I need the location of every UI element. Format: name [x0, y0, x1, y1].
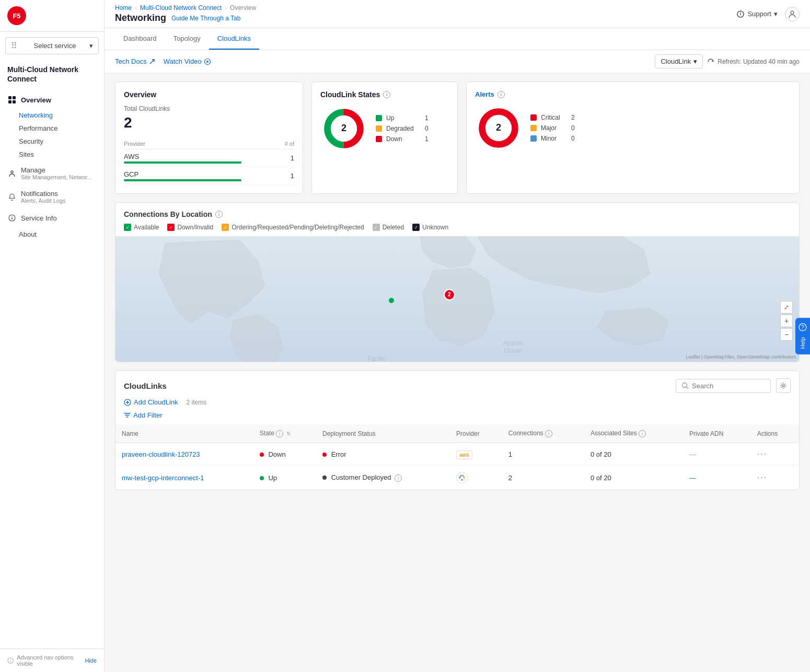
add-filter-button[interactable]: Add Filter — [124, 411, 163, 419]
guide-me-link[interactable]: Guide Me Through a Tab — [171, 15, 240, 22]
watch-video-label: Watch Video — [164, 57, 202, 65]
row1-private-adn: — — [683, 443, 751, 466]
svg-point-13 — [740, 11, 742, 13]
app-name-text: Multi-Cloud NetworkConnect — [7, 65, 97, 84]
main-content: Home › Multi-Cloud Network Connect › Ove… — [105, 0, 810, 672]
legend-ordering: ✓ Ordering/Requested/Pending/Deleting/Re… — [222, 224, 364, 231]
major-count: 0 — [564, 124, 575, 132]
map-zoom-in-button[interactable]: + — [780, 315, 793, 327]
svg-point-14 — [791, 11, 794, 14]
map-pin-green — [389, 298, 394, 303]
tab-topology[interactable]: Topology — [165, 28, 209, 50]
col-deployment: Deployment Status — [316, 424, 450, 443]
provider-gcp-count: 1 — [241, 167, 294, 185]
user-avatar[interactable] — [785, 7, 800, 21]
refresh-label: Refresh: Updated 40 min ago — [718, 58, 800, 65]
row2-deployment: Customer Deployed i — [316, 466, 450, 490]
row1-actions-button[interactable]: ··· — [757, 449, 767, 458]
table-settings-button[interactable] — [776, 378, 791, 393]
breadcrumb-mcnc[interactable]: Multi-Cloud Network Connect — [140, 4, 222, 11]
tab-dashboard[interactable]: Dashboard — [115, 28, 165, 50]
map-background: Atlantic Ocean Pacific Ocean 2 — [115, 236, 799, 362]
map-pin-2: 2 — [444, 289, 455, 300]
tab-cloudlinks[interactable]: CloudLinks — [209, 28, 259, 50]
overview-panel-title: Overview — [124, 90, 294, 99]
row2-name-link[interactable]: mw-test-gcp-interconnect-1 — [122, 474, 204, 482]
state-up: Up 1 — [376, 113, 429, 123]
map-attribution: Leaflet | OpenMapTiles, OpenStreetMap co… — [686, 354, 796, 360]
row2-provider — [450, 466, 502, 490]
map-fit-icon[interactable]: ⤢ — [780, 301, 793, 314]
search-input[interactable] — [692, 382, 765, 390]
tech-docs-link[interactable]: Tech Docs — [115, 57, 155, 65]
add-cloudlink-button[interactable]: Add CloudLink — [124, 398, 178, 406]
connections-col-info-icon[interactable]: i — [545, 430, 552, 437]
page-title: Networking — [115, 13, 166, 24]
critical-label: Critical — [541, 114, 560, 121]
f5-logo: F5 — [7, 6, 26, 25]
footer-hide-link[interactable]: Hide — [85, 657, 97, 664]
row1-state: Down — [253, 443, 316, 466]
action-bar: Tech Docs Watch Video CloudLink ▾ Refres… — [105, 50, 810, 73]
row1-name-link[interactable]: praveen-cloudlink-120723 — [122, 450, 200, 458]
state-sort-icon[interactable]: ⇅ — [286, 431, 291, 436]
map-controls: ⤢ + − — [780, 301, 793, 341]
state-col-info-icon[interactable]: i — [276, 430, 283, 437]
up-count: 1 — [418, 114, 429, 122]
service-info-label: Service Info — [21, 214, 57, 222]
row2-state-dot — [260, 476, 264, 480]
sidebar-item-notifications[interactable]: Notifications Alerts, Audit Logs — [0, 186, 104, 208]
help-label[interactable]: Help — [800, 337, 806, 349]
sidebar-item-overview[interactable]: Overview — [0, 91, 104, 109]
alerts-panel: Alerts i 2 Critical 2 — [466, 82, 800, 194]
svg-text:?: ? — [801, 325, 804, 330]
cloudlink-filter-dropdown[interactable]: CloudLink ▾ — [655, 54, 703, 68]
row2-private-adn: — — [683, 466, 751, 490]
service-select-dropdown[interactable]: ⠿ Select service ▾ — [5, 37, 99, 54]
provider-aws: AWS — [124, 153, 139, 160]
footer-text: Advanced nav options visible — [17, 654, 82, 667]
sites-col-info-icon[interactable]: i — [639, 430, 646, 437]
title-area: Home › Multi-Cloud Network Connect › Ove… — [115, 4, 256, 24]
row2-actions-button[interactable]: ··· — [757, 473, 767, 482]
states-donut-container: 2 Up 1 Degraded 0 — [320, 105, 449, 152]
sidebar-item-manage[interactable]: Manage Site Management, Networ... — [0, 162, 104, 184]
row2-actions-cell: ··· — [751, 466, 799, 490]
states-donut-chart: 2 — [320, 105, 367, 152]
svg-point-33 — [464, 477, 465, 479]
legend-deleted-label: Deleted — [383, 224, 404, 231]
row2-deployment-label: Customer Deployed — [331, 473, 391, 481]
refresh-indicator: Refresh: Updated 40 min ago — [707, 58, 800, 65]
support-chevron-icon: ▾ — [774, 10, 778, 18]
watch-video-link[interactable]: Watch Video — [164, 57, 211, 65]
sidebar-item-security[interactable]: Security — [0, 135, 104, 148]
major-dot — [530, 125, 537, 131]
breadcrumb-home[interactable]: Home — [115, 4, 132, 11]
svg-rect-1 — [13, 96, 16, 99]
cloudlinks-table-title: CloudLinks — [124, 381, 167, 390]
support-button[interactable]: Support ▾ — [736, 10, 778, 18]
aws-logo: aws — [456, 450, 472, 459]
row2-deployment-info-icon[interactable]: i — [395, 474, 402, 482]
sidebar-item-performance[interactable]: Performance — [0, 122, 104, 135]
alerts-info-icon[interactable]: i — [497, 91, 505, 98]
down-dot — [376, 136, 382, 142]
help-question-button[interactable]: ? — [799, 323, 807, 333]
sidebar-item-about[interactable]: About — [0, 228, 104, 241]
svg-point-34 — [459, 477, 461, 479]
alerts-list: Critical 2 Major 0 Minor 0 — [530, 112, 575, 144]
sidebar-item-networking[interactable]: Networking — [0, 109, 104, 122]
table-header: CloudLinks — [115, 371, 799, 398]
col-state: State i ⇅ — [253, 424, 316, 443]
map-info-icon[interactable]: i — [215, 211, 223, 218]
sidebar-item-sites[interactable]: Sites — [0, 148, 104, 161]
manage-label: Manage — [21, 166, 92, 174]
items-count: 2 items — [187, 399, 207, 406]
available-check-icon: ✓ — [124, 224, 131, 231]
alerts-link[interactable]: Alerts — [475, 90, 494, 98]
map-zoom-out-button[interactable]: − — [780, 328, 793, 341]
states-info-icon[interactable]: i — [383, 91, 390, 98]
sidebar-item-service-info[interactable]: Service Info — [0, 209, 104, 227]
nav-section-service-info: Service Info — [0, 209, 104, 227]
row1-deployment: Error — [316, 443, 450, 466]
